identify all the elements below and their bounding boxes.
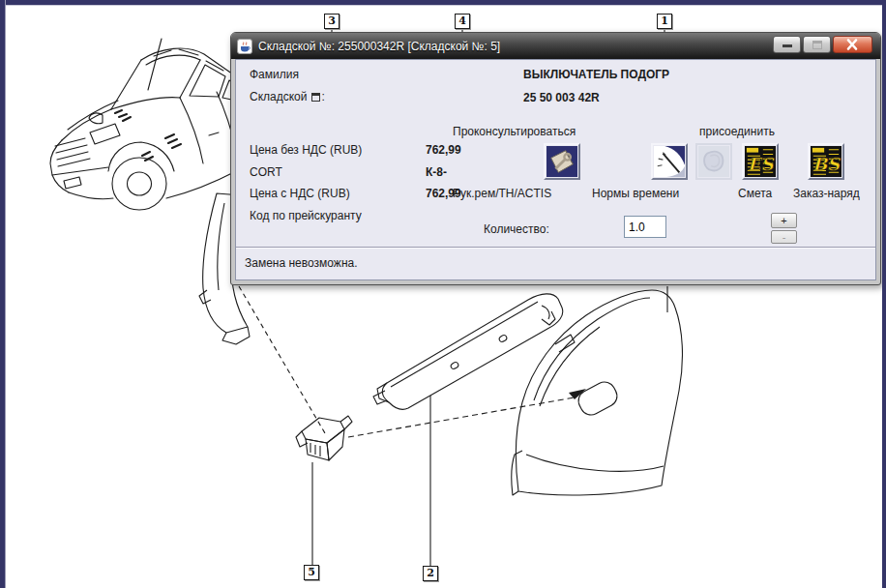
work-order-button[interactable]: BS [808,143,844,180]
estimate-icon: ES [745,146,776,177]
repair-manual-label: Рук.рем/TH/ACTIS [453,187,551,200]
quantity-minus-button[interactable]: - [771,230,797,244]
java-cup-icon [237,39,252,54]
side-panel-part[interactable] [512,290,683,495]
callout-3[interactable]: 3 [324,14,340,29]
work-order-label: Заказ-наряд [793,187,860,200]
stock-label: Складской: [250,90,325,103]
stock-book-icon [311,93,320,102]
time-standards-button[interactable] [651,143,688,180]
gauge-icon [654,146,685,177]
consult-title: Проконсультироваться [453,125,576,138]
parts-catalog-screen: 3 4 1 5 2 Складской №: 255000342R [Склад… [0,0,886,588]
trim-strip-part[interactable] [373,294,563,410]
close-icon [834,37,871,52]
callout-2[interactable]: 2 [423,566,438,581]
repair-manual-button[interactable] [544,143,580,180]
svg-text:BS: BS [812,154,842,174]
attach-disabled-button [695,143,732,180]
dialog-titlebar[interactable]: Складской №: 255000342R [Складской №: 5] [231,33,880,59]
close-button[interactable] [833,36,872,53]
window-border-left [0,0,6,588]
callout-4[interactable]: 4 [455,14,470,29]
quantity-plus-button[interactable]: + [771,213,797,228]
callout-1[interactable]: 1 [657,14,672,29]
status-separator [236,247,875,249]
quantity-input[interactable] [624,216,666,238]
svg-text:ES: ES [748,154,776,174]
callout-5[interactable]: 5 [304,565,319,580]
estimate-label: Смета [738,187,772,200]
family-value: ВЫКЛЮЧАТЕЛЬ ПОДОГР [523,68,669,81]
attach-disabled-icon [698,146,729,177]
part-detail-dialog: Складской №: 255000342R [Складской №: 5]… [230,32,881,285]
pricelist-code-label: Код по прейскуранту [250,209,362,222]
minimize-icon [783,44,792,47]
replacement-note: Замена невозможна. [245,256,358,270]
price-exvat-value: 762,99 [426,143,461,157]
cort-label: CORT [250,165,282,179]
repair-manual-icon [546,146,577,177]
car-drawing [50,39,236,210]
window-border-top [0,0,886,6]
estimate-button[interactable]: ES [742,143,779,180]
price-incvat-label: Цена с НДС (RUB) [250,187,350,200]
minimize-button[interactable] [773,36,801,53]
cort-value: К-8- [426,165,447,179]
family-label: Фамилия [250,68,299,81]
price-exvat-label: Цена без НДС (RUB) [250,143,362,157]
window-border-right [882,0,886,588]
dialog-title: Складской №: 255000342R [Складской №: 5] [258,40,500,53]
maximize-button[interactable] [803,36,831,53]
time-standards-label: Нормы времени [592,187,679,200]
switch-part[interactable] [296,416,352,460]
dialog-content: Фамилия ВЫКЛЮЧАТЕЛЬ ПОДОГР Складской: 25… [235,59,876,280]
maximize-icon [812,41,822,49]
attach-title: присоединить [699,125,775,138]
stock-value: 25 50 003 42R [523,91,600,104]
quantity-label: Количество: [484,222,549,236]
work-order-icon: BS [811,146,842,177]
